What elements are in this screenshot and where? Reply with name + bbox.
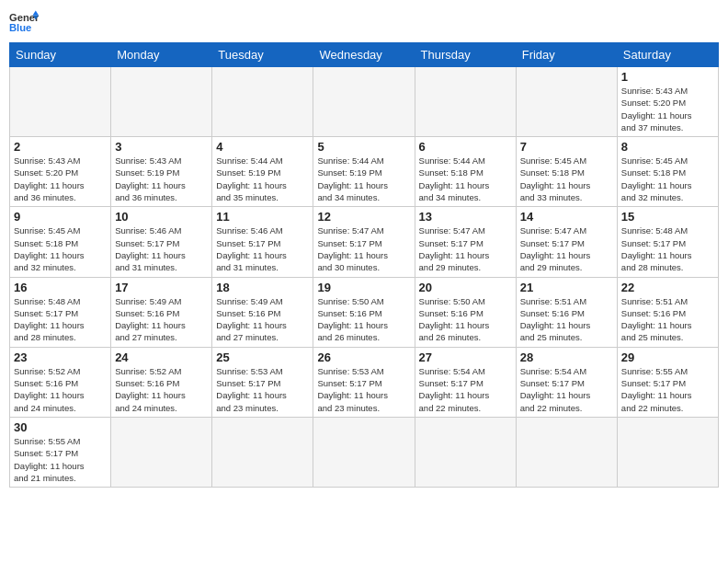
day-info: Sunrise: 5:46 AM Sunset: 5:17 PM Dayligh…: [216, 224, 309, 273]
day-number: 29: [621, 350, 714, 364]
calendar-cell: 21Sunrise: 5:51 AM Sunset: 5:16 PM Dayli…: [516, 277, 617, 347]
calendar-cell: 14Sunrise: 5:47 AM Sunset: 5:17 PM Dayli…: [516, 207, 617, 277]
logo: General Blue: [9, 9, 39, 35]
calendar-cell: [516, 67, 617, 137]
day-info: Sunrise: 5:44 AM Sunset: 5:19 PM Dayligh…: [216, 155, 309, 203]
calendar-cell: 19Sunrise: 5:50 AM Sunset: 5:16 PM Dayli…: [313, 277, 415, 347]
calendar-cell: 13Sunrise: 5:47 AM Sunset: 5:17 PM Dayli…: [415, 207, 516, 277]
day-info: Sunrise: 5:47 AM Sunset: 5:17 PM Dayligh…: [419, 224, 512, 273]
weekday-header-thursday: Thursday: [415, 43, 516, 67]
day-number: 13: [419, 210, 512, 224]
day-number: 14: [520, 210, 613, 224]
week-row-3: 9Sunrise: 5:45 AM Sunset: 5:18 PM Daylig…: [10, 207, 719, 277]
day-number: 27: [419, 350, 512, 364]
week-row-2: 2Sunrise: 5:43 AM Sunset: 5:20 PM Daylig…: [10, 137, 719, 207]
calendar-cell: 28Sunrise: 5:54 AM Sunset: 5:17 PM Dayli…: [516, 347, 617, 417]
day-info: Sunrise: 5:52 AM Sunset: 5:16 PM Dayligh…: [14, 365, 107, 414]
day-number: 9: [14, 210, 107, 224]
calendar-cell: 25Sunrise: 5:53 AM Sunset: 5:17 PM Dayli…: [212, 347, 313, 417]
calendar-cell: [111, 417, 212, 487]
calendar-cell: 3Sunrise: 5:43 AM Sunset: 5:19 PM Daylig…: [111, 137, 212, 207]
calendar-cell: 20Sunrise: 5:50 AM Sunset: 5:16 PM Dayli…: [415, 277, 516, 347]
day-info: Sunrise: 5:45 AM Sunset: 5:18 PM Dayligh…: [14, 224, 107, 273]
calendar-cell: 27Sunrise: 5:54 AM Sunset: 5:17 PM Dayli…: [415, 347, 516, 417]
day-info: Sunrise: 5:49 AM Sunset: 5:16 PM Dayligh…: [216, 295, 309, 344]
day-number: 10: [115, 210, 208, 224]
day-number: 18: [216, 281, 309, 294]
day-number: 2: [14, 140, 107, 154]
day-number: 4: [216, 140, 309, 154]
calendar-cell: 12Sunrise: 5:47 AM Sunset: 5:17 PM Dayli…: [313, 207, 415, 277]
weekday-header-tuesday: Tuesday: [212, 43, 313, 67]
day-number: 28: [520, 350, 613, 364]
day-number: 25: [216, 350, 309, 364]
calendar-cell: 18Sunrise: 5:49 AM Sunset: 5:16 PM Dayli…: [212, 277, 313, 347]
calendar-cell: [415, 417, 516, 487]
calendar-cell: 6Sunrise: 5:44 AM Sunset: 5:18 PM Daylig…: [415, 137, 516, 207]
calendar-cell: 26Sunrise: 5:53 AM Sunset: 5:17 PM Dayli…: [313, 347, 415, 417]
day-number: 3: [115, 140, 208, 154]
day-number: 6: [419, 140, 512, 154]
calendar-cell: [415, 67, 516, 137]
calendar-cell: 11Sunrise: 5:46 AM Sunset: 5:17 PM Dayli…: [212, 207, 313, 277]
day-number: 21: [520, 281, 613, 294]
calendar-cell: 10Sunrise: 5:46 AM Sunset: 5:17 PM Dayli…: [111, 207, 212, 277]
day-number: 19: [317, 281, 410, 294]
day-info: Sunrise: 5:49 AM Sunset: 5:16 PM Dayligh…: [115, 295, 208, 344]
day-number: 8: [621, 140, 714, 154]
calendar-cell: [516, 417, 617, 487]
day-number: 12: [317, 210, 410, 224]
calendar-cell: 1Sunrise: 5:43 AM Sunset: 5:20 PM Daylig…: [617, 67, 718, 137]
week-row-5: 23Sunrise: 5:52 AM Sunset: 5:16 PM Dayli…: [10, 347, 719, 417]
day-number: 20: [419, 281, 512, 294]
calendar-cell: [313, 67, 415, 137]
day-info: Sunrise: 5:55 AM Sunset: 5:17 PM Dayligh…: [621, 365, 714, 414]
header: General Blue: [9, 9, 719, 35]
calendar-cell: 29Sunrise: 5:55 AM Sunset: 5:17 PM Dayli…: [617, 347, 718, 417]
day-info: Sunrise: 5:53 AM Sunset: 5:17 PM Dayligh…: [216, 365, 309, 414]
day-number: 15: [621, 210, 714, 224]
day-info: Sunrise: 5:45 AM Sunset: 5:18 PM Dayligh…: [520, 155, 613, 203]
weekday-header-row: SundayMondayTuesdayWednesdayThursdayFrid…: [10, 43, 719, 67]
day-number: 26: [317, 350, 410, 364]
day-info: Sunrise: 5:51 AM Sunset: 5:16 PM Dayligh…: [520, 295, 613, 344]
day-number: 5: [317, 140, 410, 154]
day-info: Sunrise: 5:54 AM Sunset: 5:17 PM Dayligh…: [520, 365, 613, 414]
calendar-cell: [617, 417, 718, 487]
calendar-cell: [212, 67, 313, 137]
day-number: 16: [14, 281, 107, 294]
calendar-cell: 7Sunrise: 5:45 AM Sunset: 5:18 PM Daylig…: [516, 137, 617, 207]
day-number: 11: [216, 210, 309, 224]
svg-text:Blue: Blue: [9, 22, 31, 33]
calendar-cell: 2Sunrise: 5:43 AM Sunset: 5:20 PM Daylig…: [10, 137, 111, 207]
day-info: Sunrise: 5:43 AM Sunset: 5:19 PM Dayligh…: [115, 155, 208, 203]
calendar-cell: [10, 67, 111, 137]
day-info: Sunrise: 5:47 AM Sunset: 5:17 PM Dayligh…: [317, 224, 410, 273]
calendar-cell: 5Sunrise: 5:44 AM Sunset: 5:19 PM Daylig…: [313, 137, 415, 207]
weekday-header-monday: Monday: [111, 43, 212, 67]
calendar-cell: 30Sunrise: 5:55 AM Sunset: 5:17 PM Dayli…: [10, 417, 111, 487]
day-number: 7: [520, 140, 613, 154]
week-row-6: 30Sunrise: 5:55 AM Sunset: 5:17 PM Dayli…: [10, 417, 719, 487]
day-number: 1: [621, 70, 714, 84]
day-number: 22: [621, 281, 714, 294]
calendar-cell: [111, 67, 212, 137]
weekday-header-sunday: Sunday: [10, 43, 111, 67]
week-row-1: 1Sunrise: 5:43 AM Sunset: 5:20 PM Daylig…: [10, 67, 719, 137]
calendar-cell: 16Sunrise: 5:48 AM Sunset: 5:17 PM Dayli…: [10, 277, 111, 347]
day-number: 24: [115, 350, 208, 364]
weekday-header-wednesday: Wednesday: [313, 43, 415, 67]
day-info: Sunrise: 5:43 AM Sunset: 5:20 PM Dayligh…: [14, 155, 107, 203]
calendar-cell: [313, 417, 415, 487]
day-info: Sunrise: 5:51 AM Sunset: 5:16 PM Dayligh…: [621, 295, 714, 344]
calendar-cell: 22Sunrise: 5:51 AM Sunset: 5:16 PM Dayli…: [617, 277, 718, 347]
day-info: Sunrise: 5:43 AM Sunset: 5:20 PM Dayligh…: [621, 85, 714, 133]
day-number: 17: [115, 281, 208, 294]
day-number: 30: [14, 420, 107, 434]
day-info: Sunrise: 5:44 AM Sunset: 5:19 PM Dayligh…: [317, 155, 410, 203]
calendar-cell: 8Sunrise: 5:45 AM Sunset: 5:18 PM Daylig…: [617, 137, 718, 207]
day-info: Sunrise: 5:46 AM Sunset: 5:17 PM Dayligh…: [115, 224, 208, 273]
calendar-cell: 15Sunrise: 5:48 AM Sunset: 5:17 PM Dayli…: [617, 207, 718, 277]
day-info: Sunrise: 5:47 AM Sunset: 5:17 PM Dayligh…: [520, 224, 613, 273]
week-row-4: 16Sunrise: 5:48 AM Sunset: 5:17 PM Dayli…: [10, 277, 719, 347]
